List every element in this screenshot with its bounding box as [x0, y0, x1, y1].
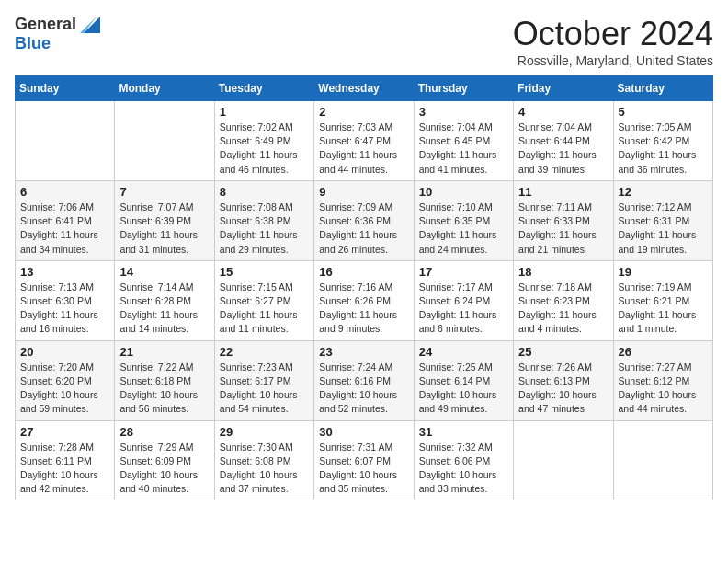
calendar-cell: 12Sunrise: 7:12 AM Sunset: 6:31 PM Dayli… [613, 180, 712, 260]
day-info: Sunrise: 7:08 AM Sunset: 6:38 PM Dayligh… [220, 201, 309, 257]
calendar-week-row: 27Sunrise: 7:28 AM Sunset: 6:11 PM Dayli… [16, 420, 713, 500]
day-info: Sunrise: 7:30 AM Sunset: 6:08 PM Dayligh… [220, 441, 309, 497]
calendar-cell [115, 101, 214, 181]
calendar-cell [514, 420, 613, 500]
day-info: Sunrise: 7:28 AM Sunset: 6:11 PM Dayligh… [20, 441, 109, 497]
svg-marker-0 [84, 17, 100, 33]
calendar-cell: 28Sunrise: 7:29 AM Sunset: 6:09 PM Dayli… [115, 420, 214, 500]
day-info: Sunrise: 7:13 AM Sunset: 6:30 PM Dayligh… [20, 281, 109, 337]
day-number: 25 [518, 345, 608, 359]
calendar-cell: 13Sunrise: 7:13 AM Sunset: 6:30 PM Dayli… [16, 260, 115, 340]
day-number: 6 [20, 185, 109, 199]
day-info: Sunrise: 7:32 AM Sunset: 6:06 PM Dayligh… [419, 441, 508, 497]
day-number: 20 [20, 345, 109, 359]
logo-general-text: General [15, 15, 76, 34]
day-number: 1 [220, 105, 309, 119]
day-info: Sunrise: 7:05 AM Sunset: 6:42 PM Dayligh… [619, 121, 708, 177]
day-number: 27 [20, 425, 109, 439]
day-number: 12 [619, 185, 708, 199]
day-info: Sunrise: 7:23 AM Sunset: 6:17 PM Dayligh… [220, 361, 309, 417]
day-number: 24 [419, 345, 508, 359]
calendar-cell: 10Sunrise: 7:10 AM Sunset: 6:35 PM Dayli… [414, 180, 513, 260]
calendar-header: SundayMondayTuesdayWednesdayThursdayFrid… [16, 76, 713, 101]
day-of-week-header: Saturday [613, 76, 712, 101]
calendar-cell: 9Sunrise: 7:09 AM Sunset: 6:36 PM Daylig… [314, 180, 414, 260]
day-of-week-header: Sunday [16, 76, 115, 101]
day-info: Sunrise: 7:07 AM Sunset: 6:39 PM Dayligh… [119, 201, 209, 257]
day-info: Sunrise: 7:02 AM Sunset: 6:49 PM Dayligh… [220, 121, 309, 177]
day-info: Sunrise: 7:15 AM Sunset: 6:27 PM Dayligh… [220, 281, 309, 337]
day-number: 22 [220, 345, 309, 359]
logo-blue-text: Blue [15, 34, 51, 52]
calendar-cell: 11Sunrise: 7:11 AM Sunset: 6:33 PM Dayli… [514, 180, 613, 260]
day-number: 13 [20, 265, 109, 279]
calendar-cell: 16Sunrise: 7:16 AM Sunset: 6:26 PM Dayli… [314, 260, 414, 340]
day-number: 5 [619, 105, 708, 119]
day-number: 15 [220, 265, 309, 279]
day-number: 23 [319, 345, 408, 359]
day-number: 8 [220, 185, 309, 199]
day-info: Sunrise: 7:16 AM Sunset: 6:26 PM Dayligh… [319, 281, 408, 337]
calendar-cell: 27Sunrise: 7:28 AM Sunset: 6:11 PM Dayli… [16, 420, 115, 500]
calendar-cell: 8Sunrise: 7:08 AM Sunset: 6:38 PM Daylig… [214, 180, 313, 260]
calendar-cell: 2Sunrise: 7:03 AM Sunset: 6:47 PM Daylig… [314, 101, 414, 181]
day-of-week-header: Wednesday [314, 76, 414, 101]
calendar-cell: 31Sunrise: 7:32 AM Sunset: 6:06 PM Dayli… [414, 420, 513, 500]
day-number: 28 [119, 425, 209, 439]
day-info: Sunrise: 7:20 AM Sunset: 6:20 PM Dayligh… [20, 361, 109, 417]
calendar-cell: 21Sunrise: 7:22 AM Sunset: 6:18 PM Dayli… [115, 340, 214, 420]
day-info: Sunrise: 7:14 AM Sunset: 6:28 PM Dayligh… [119, 281, 209, 337]
day-info: Sunrise: 7:06 AM Sunset: 6:41 PM Dayligh… [20, 201, 109, 257]
day-info: Sunrise: 7:22 AM Sunset: 6:18 PM Dayligh… [119, 361, 209, 417]
calendar-cell: 20Sunrise: 7:20 AM Sunset: 6:20 PM Dayli… [16, 340, 115, 420]
day-info: Sunrise: 7:12 AM Sunset: 6:31 PM Dayligh… [619, 201, 708, 257]
logo: General Blue [15, 15, 100, 53]
calendar-week-row: 13Sunrise: 7:13 AM Sunset: 6:30 PM Dayli… [16, 260, 713, 340]
calendar-cell: 24Sunrise: 7:25 AM Sunset: 6:14 PM Dayli… [414, 340, 513, 420]
day-number: 18 [518, 265, 608, 279]
calendar-cell: 7Sunrise: 7:07 AM Sunset: 6:39 PM Daylig… [115, 180, 214, 260]
day-info: Sunrise: 7:11 AM Sunset: 6:33 PM Dayligh… [518, 201, 608, 257]
calendar-cell: 5Sunrise: 7:05 AM Sunset: 6:42 PM Daylig… [613, 101, 712, 181]
calendar-week-row: 20Sunrise: 7:20 AM Sunset: 6:20 PM Dayli… [16, 340, 713, 420]
day-info: Sunrise: 7:04 AM Sunset: 6:44 PM Dayligh… [518, 121, 608, 177]
page-header: General Blue October 2024 Rossville, Mar… [15, 15, 713, 68]
day-info: Sunrise: 7:29 AM Sunset: 6:09 PM Dayligh… [119, 441, 209, 497]
day-info: Sunrise: 7:26 AM Sunset: 6:13 PM Dayligh… [518, 361, 608, 417]
day-number: 21 [119, 345, 209, 359]
day-number: 26 [619, 345, 708, 359]
day-number: 17 [419, 265, 508, 279]
calendar-cell: 22Sunrise: 7:23 AM Sunset: 6:17 PM Dayli… [214, 340, 313, 420]
calendar-cell: 4Sunrise: 7:04 AM Sunset: 6:44 PM Daylig… [514, 101, 613, 181]
calendar-cell: 3Sunrise: 7:04 AM Sunset: 6:45 PM Daylig… [414, 101, 513, 181]
calendar-cell: 29Sunrise: 7:30 AM Sunset: 6:08 PM Dayli… [214, 420, 313, 500]
day-info: Sunrise: 7:04 AM Sunset: 6:45 PM Dayligh… [419, 121, 508, 177]
calendar-cell: 30Sunrise: 7:31 AM Sunset: 6:07 PM Dayli… [314, 420, 414, 500]
day-of-week-header: Thursday [414, 76, 513, 101]
day-info: Sunrise: 7:27 AM Sunset: 6:12 PM Dayligh… [619, 361, 708, 417]
calendar-table: SundayMondayTuesdayWednesdayThursdayFrid… [15, 75, 713, 500]
logo-icon [80, 17, 100, 33]
day-number: 31 [419, 425, 508, 439]
calendar-week-row: 1Sunrise: 7:02 AM Sunset: 6:49 PM Daylig… [16, 101, 713, 181]
calendar-cell: 23Sunrise: 7:24 AM Sunset: 6:16 PM Dayli… [314, 340, 414, 420]
calendar-cell: 15Sunrise: 7:15 AM Sunset: 6:27 PM Dayli… [214, 260, 313, 340]
day-number: 7 [119, 185, 209, 199]
location: Rossville, Maryland, United States [513, 53, 713, 68]
calendar-cell: 14Sunrise: 7:14 AM Sunset: 6:28 PM Dayli… [115, 260, 214, 340]
calendar-cell: 17Sunrise: 7:17 AM Sunset: 6:24 PM Dayli… [414, 260, 513, 340]
day-number: 29 [220, 425, 309, 439]
days-of-week-row: SundayMondayTuesdayWednesdayThursdayFrid… [16, 76, 713, 101]
day-info: Sunrise: 7:17 AM Sunset: 6:24 PM Dayligh… [419, 281, 508, 337]
calendar-cell: 6Sunrise: 7:06 AM Sunset: 6:41 PM Daylig… [16, 180, 115, 260]
calendar-body: 1Sunrise: 7:02 AM Sunset: 6:49 PM Daylig… [16, 101, 713, 500]
calendar-cell [613, 420, 712, 500]
day-info: Sunrise: 7:03 AM Sunset: 6:47 PM Dayligh… [319, 121, 408, 177]
calendar-cell: 18Sunrise: 7:18 AM Sunset: 6:23 PM Dayli… [514, 260, 613, 340]
day-number: 10 [419, 185, 508, 199]
day-info: Sunrise: 7:10 AM Sunset: 6:35 PM Dayligh… [419, 201, 508, 257]
day-number: 19 [619, 265, 708, 279]
day-number: 16 [319, 265, 408, 279]
day-number: 4 [518, 105, 608, 119]
day-info: Sunrise: 7:09 AM Sunset: 6:36 PM Dayligh… [319, 201, 408, 257]
